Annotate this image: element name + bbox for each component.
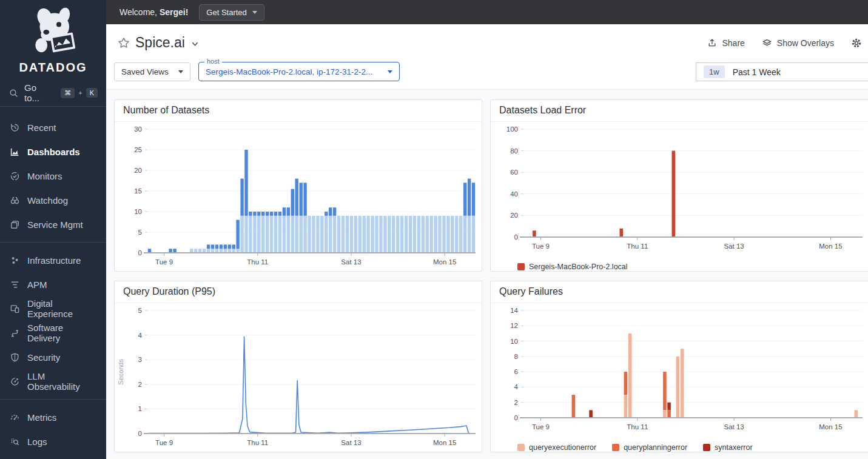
svg-text:Sat 13: Sat 13 [341,439,361,446]
title-chevron-down-icon[interactable] [190,39,200,49]
svg-text:Sat 13: Sat 13 [341,258,361,266]
chart-legend: queryexecutionerrorqueryplanningerrorsyn… [491,438,868,452]
main-content: Spice.ai Share Show Overlays Saved Vie [106,24,868,459]
saved-views-dropdown[interactable]: Saved Views [114,62,190,81]
logs-icon [10,437,20,447]
query-duration-chart[interactable]: 012345Tue 9Thu 11Sat 13Mon 15Seconds [115,303,482,452]
sidebar-item-software-delivery[interactable]: Software Delivery [0,321,106,345]
svg-text:30: 30 [134,126,142,133]
star-icon[interactable] [118,37,130,49]
legend-label: queryexecutionerror [529,443,596,452]
datasets-load-error-chart[interactable]: 020406080100Tue 9Thu 11Sat 13Mon 15Serge… [491,122,868,271]
sidebar-item-label: Recent [27,122,56,133]
svg-text:10: 10 [134,208,142,215]
brand-wordmark: DATADOG [0,61,106,75]
chart-title: Datasets Load Error [491,100,868,122]
show-overlays-button[interactable]: Show Overlays [762,38,834,49]
svg-text:40: 40 [510,190,518,198]
shortcut-cmd-key: ⌘ [61,88,75,98]
legend-swatch [612,444,619,451]
sidebar-item-llm-observability[interactable]: LLM Observability [0,369,106,394]
svg-text:8: 8 [514,353,518,360]
svg-text:100: 100 [506,126,518,133]
svg-text:0: 0 [138,249,142,256]
svg-text:12: 12 [510,322,518,329]
svg-text:14: 14 [510,307,518,314]
dashboard-canvas: Number of Datasets 051015202530Tue 9Thu … [106,89,868,459]
sidebar-item-metrics[interactable]: Metrics [0,405,106,429]
svg-text:0: 0 [138,430,142,437]
host-dropdown-value: Sergeis-MacBook-Pro-2.local, ip-172-31-2… [206,67,372,76]
svg-text:Thu 11: Thu 11 [627,423,648,431]
legend-swatch [517,444,525,451]
chart-card-datasets-load-error: Datasets Load Error 020406080100Tue 9Thu… [490,99,868,272]
legend-item[interactable]: Sergeis-MacBook-Pro-2.local [517,263,628,271]
sidebar-item-label: Monitors [27,171,62,181]
svg-text:15: 15 [134,187,142,195]
svg-text:Mon 15: Mon 15 [433,439,456,446]
svg-text:1: 1 [138,405,142,412]
legend-item[interactable]: queryplanningerror [612,443,687,452]
sidebar-item-label: APM [27,280,47,290]
time-range-badge: 1w [704,65,725,78]
svg-text:Seconds: Seconds [117,359,124,385]
legend-label: queryplanningerror [624,443,687,452]
svg-text:6: 6 [514,368,518,375]
shortcut-plus: + [78,89,82,96]
recent-icon [10,122,20,133]
legend-swatch [517,263,525,270]
svg-text:Tue 9: Tue 9 [155,258,173,266]
goto-search[interactable]: Go to... ⌘ + K [0,79,106,107]
svg-text:3: 3 [138,356,142,363]
chart-legend: Sergeis-MacBook-Pro-2.local [491,258,868,271]
legend-item[interactable]: queryexecutionerror [517,443,596,452]
datadog-dog-icon [26,5,81,59]
sidebar-item-label: Logs [27,437,47,447]
layers-icon [762,38,772,49]
security-icon [10,352,20,363]
sidebar-item-service-mgmt[interactable]: Service Mgmt [0,212,106,236]
sidebar-item-monitors[interactable]: Monitors [0,164,106,188]
svg-text:25: 25 [134,146,142,153]
get-started-button[interactable]: Get Started [199,4,264,21]
svg-text:Thu 11: Thu 11 [247,439,268,446]
svg-text:2: 2 [514,399,518,406]
monitors-icon [10,171,20,181]
sidebar-nav: RecentDashboardsMonitorsWatchdogService … [0,115,106,454]
legend-item[interactable]: syntaxerror [703,443,753,452]
sidebar-item-infrastructure[interactable]: Infrastructure [0,248,106,272]
sidebar-divider [0,399,106,400]
sidebar-item-recent[interactable]: Recent [0,115,106,139]
svg-text:Sat 13: Sat 13 [724,243,744,250]
svg-text:2: 2 [138,381,142,388]
datadog-logo: DATADOG [0,0,106,75]
svg-text:0: 0 [514,414,518,421]
sidebar-item-apm[interactable]: APM [0,272,106,297]
svg-text:20: 20 [510,212,518,219]
host-dropdown[interactable]: host Sergeis-MacBook-Pro-2.local, ip-172… [198,62,400,81]
number-of-datasets-chart[interactable]: 051015202530Tue 9Thu 11Sat 13Mon 15 [115,122,482,271]
time-range-selector[interactable]: 1w Past 1 Week [696,62,868,81]
query-failures-chart[interactable]: 02468101214Tue 9Thu 11Sat 13Mon 15querye… [491,303,868,452]
sidebar-item-logs[interactable]: Logs [0,429,106,454]
chart-title: Query Failures [491,281,868,303]
svg-text:80: 80 [510,147,518,155]
svg-text:Mon 15: Mon 15 [433,258,456,266]
sidebar-item-label: Infrastructure [27,255,81,266]
settings-gear-icon[interactable] [851,38,862,49]
svg-text:Tue 9: Tue 9 [155,439,173,446]
svg-text:4: 4 [138,332,143,339]
sidebar-item-dashboards[interactable]: Dashboards [0,139,106,164]
sidebar-item-digital-experience[interactable]: Digital Experience [0,297,106,321]
sidebar-item-security[interactable]: Security [0,345,106,369]
svg-text:4: 4 [514,383,519,390]
sidebar-item-watchdog[interactable]: Watchdog [0,188,106,212]
software-delivery-icon [10,328,20,338]
svg-text:Tue 9: Tue 9 [532,423,550,431]
svg-text:Sat 13: Sat 13 [724,423,744,431]
sidebar-item-label: Software Delivery [27,323,96,343]
share-button[interactable]: Share [707,38,744,48]
top-strip: Welcome, Sergei! Get Started [106,0,868,24]
time-range-label: Past 1 Week [733,67,781,77]
chart-title: Query Duration (P95) [115,281,482,303]
